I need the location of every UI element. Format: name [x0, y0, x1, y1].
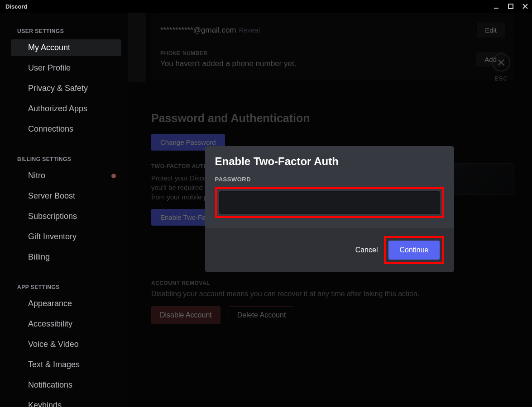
sidebar-header-app-settings: APP SETTINGS — [0, 280, 127, 292]
sidebar-item-nitro[interactable]: Nitro — [11, 167, 121, 184]
password-input[interactable] — [219, 191, 440, 214]
sidebar-item-appearance[interactable]: Appearance — [11, 295, 121, 312]
sidebar-item-label: Billing — [28, 252, 50, 262]
sidebar-header-billing-settings: BILLING SETTINGS — [0, 152, 127, 164]
svg-rect-1 — [508, 4, 513, 9]
sidebar-item-authorized-apps[interactable]: Authorized Apps — [11, 100, 121, 117]
sidebar-item-accessibility[interactable]: Accessibility — [11, 316, 121, 332]
sidebar-item-label: Appearance — [28, 299, 72, 308]
minimize-icon[interactable] — [493, 3, 499, 9]
settings-sidebar: USER SETTINGS My Account User Profile Pr… — [0, 13, 127, 407]
sidebar-header-user-settings: USER SETTINGS — [0, 24, 127, 36]
sidebar-item-label: Subscriptions — [28, 212, 77, 221]
sidebar-item-connections[interactable]: Connections — [11, 121, 121, 137]
sidebar-item-label: Nitro — [28, 171, 45, 180]
enable-tfa-modal: Enable Two-Factor Auth PASSWORD Cancel C… — [205, 146, 454, 272]
maximize-icon[interactable] — [508, 3, 514, 9]
modal-title: Enable Two-Factor Auth — [215, 155, 444, 168]
sidebar-item-gift-inventory[interactable]: Gift Inventory — [11, 228, 121, 245]
sidebar-item-label: Privacy & Safety — [28, 84, 88, 93]
sidebar-item-text-images[interactable]: Text & Images — [11, 356, 121, 373]
sidebar-item-notifications[interactable]: Notifications — [11, 377, 121, 393]
sidebar-item-label: Text & Images — [28, 360, 80, 369]
sidebar-item-label: Voice & Video — [28, 340, 79, 349]
sidebar-item-my-account[interactable]: My Account — [11, 39, 121, 56]
sidebar-item-subscriptions[interactable]: Subscriptions — [11, 208, 121, 225]
window-titlebar: Discord — [0, 0, 532, 13]
password-input-highlight — [215, 187, 444, 218]
sidebar-item-voice-video[interactable]: Voice & Video — [11, 336, 121, 353]
close-icon[interactable] — [522, 3, 528, 9]
cancel-button[interactable]: Cancel — [355, 246, 378, 254]
app-name: Discord — [5, 3, 27, 10]
sidebar-item-label: Connections — [28, 124, 73, 134]
window-controls — [493, 3, 528, 9]
sidebar-item-label: Accessibility — [28, 319, 72, 329]
sidebar-item-label: Gift Inventory — [28, 232, 77, 241]
sidebar-item-user-profile[interactable]: User Profile — [11, 60, 121, 76]
continue-button[interactable]: Continue — [388, 241, 439, 260]
sidebar-item-label: My Account — [28, 43, 70, 52]
sidebar-item-label: Keybinds — [28, 401, 62, 407]
sidebar-item-keybinds[interactable]: Keybinds — [11, 397, 121, 407]
modal-overlay: Enable Two-Factor Auth PASSWORD Cancel C… — [127, 13, 532, 407]
sidebar-item-label: Authorized Apps — [28, 104, 87, 114]
continue-button-highlight: Continue — [384, 236, 444, 264]
sidebar-item-privacy-safety[interactable]: Privacy & Safety — [11, 80, 121, 97]
settings-content: ***********@gmail.com Reveal Edit PHONE … — [127, 13, 532, 407]
sidebar-item-label: User Profile — [28, 63, 71, 73]
sidebar-item-server-boost[interactable]: Server Boost — [11, 188, 121, 204]
password-field-label: PASSWORD — [215, 176, 444, 183]
nitro-badge-icon — [111, 174, 116, 178]
sidebar-item-label: Server Boost — [28, 191, 75, 201]
sidebar-item-label: Notifications — [28, 380, 72, 390]
sidebar-item-billing[interactable]: Billing — [11, 249, 121, 265]
